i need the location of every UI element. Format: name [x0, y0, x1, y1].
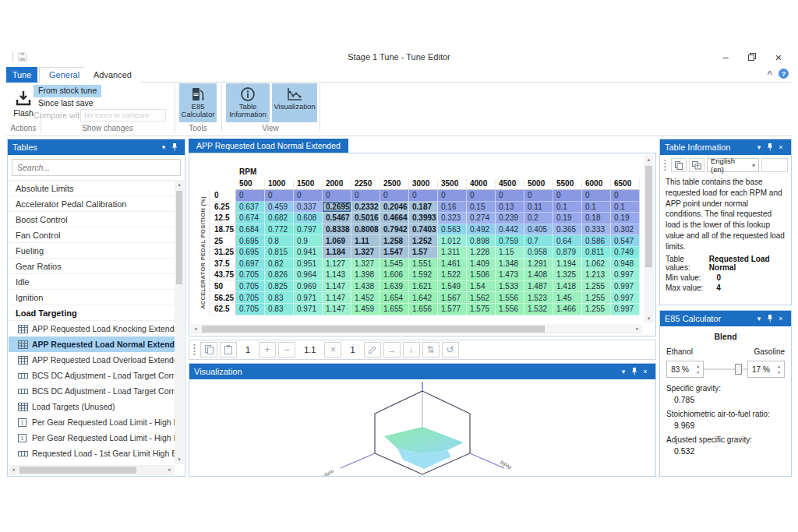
grid-cell[interactable]: 1.348: [496, 259, 524, 270]
grid-cell[interactable]: 0: [438, 190, 467, 202]
grid-cell[interactable]: 0.695: [236, 247, 265, 259]
grid-cell[interactable]: 1.408: [524, 270, 553, 281]
grid-cell[interactable]: 1.522: [438, 270, 467, 281]
grid-cell[interactable]: 0.586: [582, 235, 611, 247]
grid-cell[interactable]: 0.705: [236, 270, 265, 281]
tab-tune[interactable]: Tune: [6, 67, 37, 83]
sidebar-item-app-requested-load-knocking-extended[interactable]: APP Requested Load Knocking Extended: [9, 321, 175, 336]
sidebar-category-accelerator-pedal-calibration[interactable]: Accelerator Pedal Calibration: [9, 196, 175, 212]
grid-cell[interactable]: 1.147: [323, 292, 351, 304]
grid-cell[interactable]: 0.997: [611, 292, 640, 304]
grid-cell[interactable]: 0.971: [294, 292, 323, 304]
grid-cell[interactable]: 1.45: [553, 292, 582, 304]
undo-button[interactable]: ↺: [442, 342, 459, 358]
copy-button[interactable]: [200, 342, 217, 358]
grid-cell[interactable]: 1.642: [409, 292, 438, 304]
grid-cell[interactable]: 0.1: [553, 202, 582, 213]
tab-advanced[interactable]: Advanced: [84, 67, 141, 83]
pin-icon[interactable]: [764, 142, 775, 153]
grid-row-header[interactable]: 31.25: [210, 247, 236, 259]
surface-plot-3d[interactable]: Accelerator Pedal Position RPM: [189, 379, 655, 476]
grid-cell[interactable]: 0.705: [236, 292, 265, 304]
grid-cell[interactable]: 0.302: [611, 224, 640, 236]
grid-cell[interactable]: 0: [351, 190, 380, 202]
grid-cell[interactable]: 1.194: [553, 259, 582, 270]
grid-cell[interactable]: 0.9: [294, 235, 323, 247]
increment-button[interactable]: +: [259, 342, 276, 358]
maximize-button[interactable]: [739, 48, 765, 65]
grid-cell[interactable]: 1.575: [467, 304, 496, 315]
sidebar-item-app-requested-load-normal-extended[interactable]: APP Requested Load Normal Extended: [9, 336, 175, 352]
grid-cell[interactable]: 1.213: [582, 270, 611, 281]
grid-cell[interactable]: 0.997: [611, 270, 640, 281]
grid-cell[interactable]: 1.438: [351, 281, 380, 293]
grid-cell[interactable]: 1.473: [496, 270, 524, 281]
sidebar-category-fueling[interactable]: Fueling: [9, 243, 175, 259]
grid-cell[interactable]: 1.255: [582, 304, 611, 315]
grid-cell[interactable]: 1.143: [323, 270, 351, 281]
grid-cell[interactable]: 0.82: [265, 259, 294, 270]
grid-cell[interactable]: 0.772: [265, 224, 294, 236]
grid-cell[interactable]: 0.7403: [409, 224, 438, 236]
grid-cell[interactable]: 0.7: [524, 235, 553, 247]
grid-cell[interactable]: 1.255: [582, 292, 611, 304]
grid-cell[interactable]: 1.639: [380, 281, 409, 293]
grid-cell[interactable]: 1.258: [380, 235, 409, 247]
grid-row-header[interactable]: 6.25: [210, 202, 236, 213]
grid-horizontal-scrollbar[interactable]: ◂ ▸: [191, 324, 642, 334]
close-icon[interactable]: ×: [640, 366, 651, 377]
sidebar-category-fan-control[interactable]: Fan Control: [9, 227, 175, 243]
grid-cell[interactable]: 1.547: [380, 247, 409, 259]
grid-cell[interactable]: 0.759: [496, 235, 524, 247]
grid-cell[interactable]: 0.5467: [323, 213, 351, 224]
grid-cell[interactable]: 0: [294, 190, 323, 202]
grid-cell[interactable]: 1.532: [524, 304, 553, 315]
tables-vertical-scrollbar[interactable]: ▴ ▾: [175, 180, 184, 464]
grid-cell[interactable]: 1.255: [582, 281, 611, 293]
grid-cell[interactable]: 1.592: [409, 270, 438, 281]
sidebar-category-absolute-limits[interactable]: Absolute Limits: [9, 181, 175, 196]
grid-cell[interactable]: 0: [524, 190, 553, 202]
pin-icon[interactable]: [169, 142, 180, 153]
decrement-button[interactable]: −: [278, 342, 295, 358]
grid-cell[interactable]: 0.684: [236, 224, 265, 236]
minimize-button[interactable]: –: [712, 48, 739, 65]
grid-cell[interactable]: 1.147: [323, 304, 351, 315]
grid-cell[interactable]: 0.7942: [380, 224, 409, 236]
grid-col-header[interactable]: 5000: [524, 178, 553, 190]
sidebar-item-app-requested-load-overload-extended[interactable]: APP Requested Load Overload Extended: [9, 352, 175, 368]
grid-row-header[interactable]: 25: [210, 235, 236, 247]
grid-cell[interactable]: 0.8: [265, 235, 294, 247]
grid-cell[interactable]: 0.333: [582, 224, 611, 236]
sidebar-item-bcs-dc-adjustment-load-target-correct[interactable]: BCS DC Adjustment - Load Target Correct: [9, 368, 175, 383]
grid-cell[interactable]: 0.18: [582, 213, 611, 224]
grid-cell[interactable]: 0.442: [496, 224, 524, 236]
grid-cell[interactable]: 0.459: [265, 202, 294, 213]
language-select[interactable]: English (en) ▾: [707, 158, 759, 172]
grid-cell[interactable]: 0.492: [467, 224, 496, 236]
grid-row-header[interactable]: 37.5: [210, 259, 236, 270]
grid-cell[interactable]: 1.452: [351, 292, 380, 304]
grid-cell[interactable]: 1.654: [380, 292, 409, 304]
grid-cell[interactable]: 0.337: [294, 202, 323, 213]
grid-cell[interactable]: 0: [236, 190, 265, 202]
grid-col-header[interactable]: 1500: [294, 178, 323, 190]
grid-cell[interactable]: 1.327: [351, 259, 380, 270]
grid-cell[interactable]: 0: [323, 190, 351, 202]
toolbar-grip[interactable]: [192, 344, 196, 356]
e85-calculator-button[interactable]: E85 E85 Calculator: [179, 83, 217, 122]
grid-cell[interactable]: 0.608: [294, 213, 323, 224]
grid-cell[interactable]: 1.252: [409, 235, 438, 247]
show-changes-since-last-save[interactable]: Since last save: [34, 97, 98, 110]
grid-cell[interactable]: 0.941: [294, 247, 323, 259]
grid-row-header[interactable]: 50: [210, 281, 236, 293]
grid-row-header[interactable]: 62.5: [210, 304, 236, 315]
grid-cell[interactable]: 0.705: [236, 304, 265, 315]
grid-cell[interactable]: 1.466: [553, 304, 582, 315]
grid-cell[interactable]: 1.533: [496, 281, 524, 293]
sidebar-item-bcs-dc-adjustment-load-target-correct[interactable]: BCS DC Adjustment - Load Target Correct: [9, 383, 175, 399]
fill-down-button[interactable]: ↓: [403, 342, 420, 358]
grid-col-header[interactable]: 500: [236, 178, 265, 190]
fill-right-button[interactable]: →: [383, 342, 401, 358]
grid-cell[interactable]: 1.549: [438, 281, 467, 293]
